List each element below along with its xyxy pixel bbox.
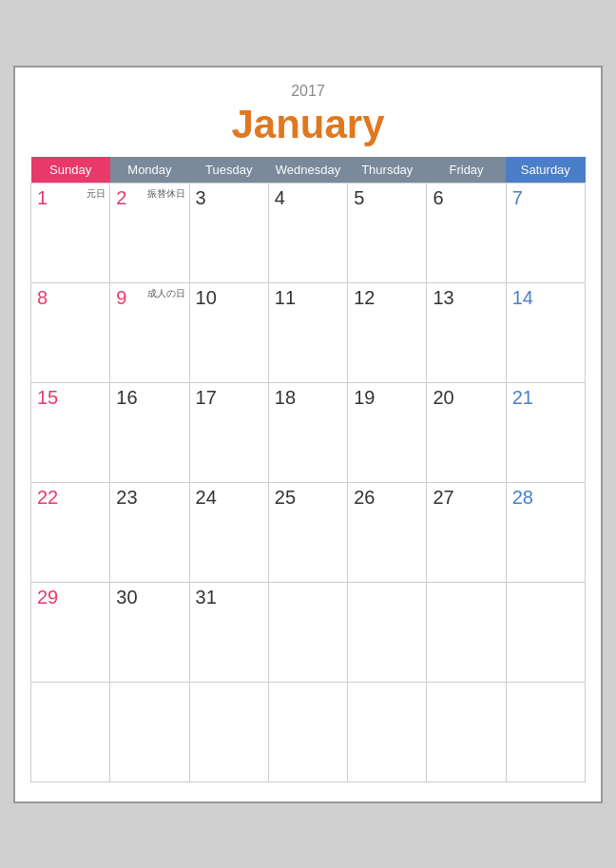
calendar-cell: 18 (268, 382, 347, 482)
calendar-cell (348, 582, 427, 682)
weekday-header-friday: Friday (427, 157, 506, 183)
weekday-header-monday: Monday (110, 157, 189, 183)
day-number: 4 (275, 187, 285, 208)
calendar-cell: 13 (427, 282, 506, 382)
day-number: 3 (196, 187, 206, 208)
day-number: 31 (196, 587, 217, 608)
day-number: 16 (116, 387, 137, 408)
day-number: 7 (512, 187, 523, 208)
day-number: 22 (37, 487, 58, 508)
calendar-cell (189, 682, 268, 781)
calendar-cell: 24 (189, 482, 268, 582)
calendar-cell: 6 (427, 183, 506, 282)
day-number: 12 (354, 287, 375, 308)
calendar-cell: 28 (506, 482, 585, 582)
calendar-cell: 20 (427, 382, 506, 482)
day-number: 30 (116, 587, 137, 608)
weekday-header-sunday: Sunday (31, 157, 110, 183)
calendar-cell: 1元日 (31, 183, 110, 282)
calendar-cell: 21 (506, 382, 585, 482)
weekday-header-wednesday: Wednesday (268, 157, 347, 183)
calendar-year: 2017 (30, 83, 586, 100)
calendar-cell (506, 582, 585, 682)
calendar-month: January (30, 102, 586, 147)
calendar-cell: 23 (110, 482, 189, 582)
weekday-header-saturday: Saturday (506, 157, 585, 183)
calendar-cell: 31 (189, 582, 268, 682)
weekday-header-thursday: Thursday (348, 157, 427, 183)
day-number: 13 (433, 287, 453, 308)
day-number: 24 (196, 487, 217, 508)
calendar-cell: 8 (31, 282, 110, 382)
day-number: 2 (116, 187, 126, 208)
calendar-table: SundayMondayTuesdayWednesdayThursdayFrid… (30, 157, 586, 782)
holiday-label: 元日 (87, 187, 106, 201)
calendar-cell (506, 682, 585, 781)
day-number: 14 (512, 287, 533, 308)
day-number: 10 (196, 287, 217, 308)
calendar-cell (31, 682, 110, 781)
calendar-cell: 4 (268, 183, 347, 282)
holiday-label: 振替休日 (147, 187, 185, 201)
calendar-cell: 27 (427, 482, 506, 582)
calendar-container: 2017 January SundayMondayTuesdayWednesda… (13, 66, 603, 803)
weekday-header-tuesday: Tuesday (189, 157, 268, 183)
calendar-cell: 19 (348, 382, 427, 482)
calendar-cell: 15 (31, 382, 110, 482)
calendar-cell: 14 (506, 282, 585, 382)
day-number: 5 (354, 187, 364, 208)
day-number: 15 (37, 387, 58, 408)
calendar-cell: 29 (31, 582, 110, 682)
calendar-cell (348, 682, 427, 781)
calendar-cell: 5 (348, 183, 427, 282)
calendar-cell (427, 682, 506, 781)
calendar-cell: 9成人の日 (110, 282, 189, 382)
day-number: 6 (433, 187, 443, 208)
calendar-cell: 3 (189, 183, 268, 282)
calendar-cell: 12 (348, 282, 427, 382)
day-number: 29 (37, 587, 58, 608)
day-number: 20 (433, 387, 453, 408)
calendar-cell: 7 (506, 183, 585, 282)
calendar-cell: 30 (110, 582, 189, 682)
day-number: 23 (116, 487, 137, 508)
day-number: 27 (433, 487, 453, 508)
day-number: 21 (512, 387, 533, 408)
calendar-cell: 2振替休日 (110, 183, 189, 282)
calendar-cell: 22 (31, 482, 110, 582)
calendar-cell (427, 582, 506, 682)
day-number: 26 (354, 487, 375, 508)
calendar-cell: 10 (189, 282, 268, 382)
calendar-cell: 11 (268, 282, 347, 382)
day-number: 19 (354, 387, 375, 408)
day-number: 17 (196, 387, 217, 408)
day-number: 11 (275, 287, 296, 308)
day-number: 9 (116, 287, 126, 308)
calendar-cell: 16 (110, 382, 189, 482)
holiday-label: 成人の日 (147, 287, 185, 300)
calendar-cell: 17 (189, 382, 268, 482)
calendar-cell (110, 682, 189, 781)
day-number: 28 (512, 487, 533, 508)
day-number: 8 (37, 287, 48, 308)
calendar-cell (268, 582, 347, 682)
day-number: 18 (275, 387, 296, 408)
day-number: 1 (37, 187, 48, 208)
calendar-cell: 26 (348, 482, 427, 582)
day-number: 25 (275, 487, 296, 508)
calendar-cell (268, 682, 347, 781)
calendar-cell: 25 (268, 482, 347, 582)
